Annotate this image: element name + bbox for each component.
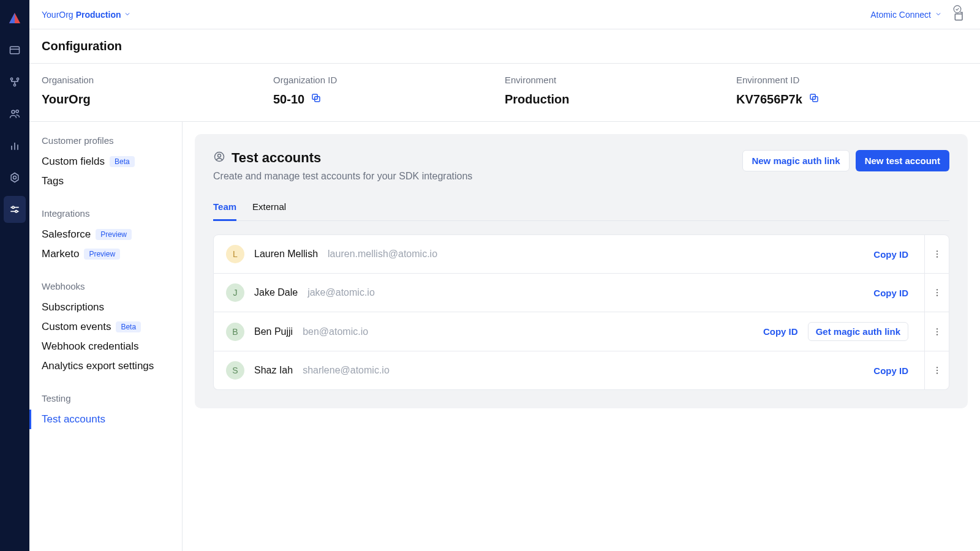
- copy-id-button[interactable]: Copy ID: [873, 365, 908, 376]
- rail-item-settings[interactable]: [4, 164, 26, 191]
- svg-point-7: [12, 110, 15, 113]
- side-item-label: Marketo: [42, 248, 79, 260]
- svg-marker-1: [9, 13, 15, 23]
- side-item-label: Subscriptions: [42, 301, 104, 313]
- svg-point-27: [936, 253, 937, 255]
- new-magic-auth-link-button[interactable]: New magic auth link: [742, 150, 849, 171]
- avatar: J: [226, 283, 244, 302]
- more-options-button[interactable]: [924, 312, 949, 351]
- svg-rect-2: [10, 47, 20, 54]
- rail-item-analytics[interactable]: [4, 132, 26, 159]
- account-name: Jake Dale: [254, 287, 298, 298]
- copy-icon[interactable]: [311, 92, 322, 107]
- account-row: JJake Dalejake@atomic.ioCopy ID: [213, 274, 949, 312]
- breadcrumb-env: Production: [76, 10, 121, 20]
- side-item-label: Custom events: [42, 321, 111, 333]
- side-heading: Customer profiles: [29, 135, 182, 152]
- side-item-label: Tags: [42, 175, 64, 187]
- side-item-marketo[interactable]: MarketoPreview: [29, 244, 182, 264]
- info-value: YourOrg: [42, 92, 91, 107]
- svg-point-25: [218, 154, 221, 157]
- chevron-down-icon: [124, 10, 131, 20]
- side-item-custom-events[interactable]: Custom eventsBeta: [29, 317, 182, 337]
- side-item-label: Custom fields: [42, 156, 105, 168]
- side-item-label: Salesforce: [42, 228, 91, 241]
- info-value: KV7656P7k: [736, 92, 802, 107]
- side-item-tags[interactable]: Tags: [29, 171, 182, 191]
- tab-external[interactable]: External: [252, 197, 286, 220]
- breadcrumb[interactable]: YourOrg Production: [42, 10, 131, 20]
- info-label: Environment: [505, 75, 736, 85]
- side-item-label: Analytics export settings: [42, 360, 154, 372]
- copy-id-button[interactable]: Copy ID: [873, 288, 908, 298]
- sync-status-icon[interactable]: [953, 7, 968, 22]
- panel-actions: New magic auth link New test account: [742, 150, 949, 171]
- side-item-test-accounts[interactable]: Test accounts: [29, 410, 182, 429]
- svg-point-5: [17, 78, 18, 80]
- info-organisation: Organisation YourOrg: [42, 75, 273, 107]
- side-item-subscriptions[interactable]: Subscriptions: [29, 298, 182, 317]
- svg-point-30: [936, 292, 937, 293]
- side-item-analytics-export-settings[interactable]: Analytics export settings: [29, 356, 182, 376]
- svg-point-29: [936, 289, 937, 290]
- info-strip: Organisation YourOrg Organization ID 50-…: [29, 64, 980, 122]
- info-label: Organisation: [42, 75, 273, 85]
- body-split: Customer profilesCustom fieldsBetaTagsIn…: [29, 122, 980, 551]
- info-organization-id: Organization ID 50-10: [273, 75, 505, 107]
- chevron-down-icon: [935, 10, 942, 20]
- rail-item-cards[interactable]: [4, 37, 26, 64]
- avatar: B: [226, 323, 244, 341]
- account-rows: LLauren Mellishlauren.mellish@atomic.ioC…: [213, 234, 949, 390]
- info-value: 50-10: [273, 92, 304, 107]
- account-name: Lauren Mellish: [254, 249, 318, 260]
- logo-icon: [7, 11, 22, 26]
- new-test-account-button[interactable]: New test account: [856, 150, 949, 171]
- badge: Beta: [116, 321, 141, 332]
- rail-item-flows[interactable]: [4, 69, 26, 96]
- side-heading: Webhooks: [29, 281, 182, 298]
- get-magic-auth-link-button[interactable]: Get magic auth link: [808, 322, 908, 341]
- more-options-button[interactable]: [924, 235, 949, 273]
- side-item-webhook-credentials[interactable]: Webhook credentials: [29, 337, 182, 356]
- svg-point-33: [936, 331, 937, 332]
- svg-point-37: [936, 373, 937, 374]
- more-options-button[interactable]: [924, 274, 949, 312]
- svg-point-13: [13, 176, 17, 179]
- breadcrumb-org: YourOrg: [42, 10, 74, 20]
- svg-point-4: [10, 78, 12, 80]
- badge: Preview: [84, 249, 120, 260]
- svg-point-35: [936, 367, 937, 368]
- tab-team[interactable]: Team: [213, 197, 236, 221]
- more-options-button[interactable]: [924, 351, 949, 389]
- svg-point-31: [936, 295, 937, 296]
- copy-icon[interactable]: [809, 92, 820, 107]
- atomic-connect-label: Atomic Connect: [870, 10, 931, 20]
- account-email: lauren.mellish@atomic.io: [328, 249, 437, 260]
- svg-point-26: [936, 250, 937, 252]
- page-title: Configuration: [29, 29, 980, 64]
- rail-item-users[interactable]: [4, 100, 26, 127]
- side-item-salesforce[interactable]: SalesforcePreview: [29, 225, 182, 244]
- copy-id-button[interactable]: Copy ID: [873, 249, 908, 260]
- icon-rail: [0, 0, 29, 551]
- account-row: BBen Pujjiben@atomic.ioCopy IDGet magic …: [213, 312, 949, 351]
- content-area: Test accounts Create and manage test acc…: [183, 122, 980, 551]
- topbar: YourOrg Production Atomic Connect: [29, 0, 980, 29]
- account-icon: [213, 151, 225, 165]
- rail-item-config[interactable]: [4, 196, 26, 223]
- side-heading: Integrations: [29, 208, 182, 225]
- copy-id-button[interactable]: Copy ID: [763, 326, 798, 337]
- svg-point-28: [936, 257, 937, 258]
- badge: Preview: [96, 229, 132, 240]
- atomic-connect-link[interactable]: Atomic Connect: [870, 10, 942, 20]
- tabs: TeamExternal: [213, 197, 949, 221]
- account-name: Shaz Iah: [254, 365, 293, 376]
- side-item-label: Test accounts: [42, 413, 105, 425]
- account-email: jake@atomic.io: [307, 287, 375, 298]
- account-email: ben@atomic.io: [303, 326, 368, 337]
- side-item-custom-fields[interactable]: Custom fieldsBeta: [29, 152, 182, 171]
- side-heading: Testing: [29, 393, 182, 410]
- svg-point-6: [13, 84, 15, 86]
- info-environment: Environment Production: [505, 75, 736, 107]
- svg-point-19: [954, 6, 961, 13]
